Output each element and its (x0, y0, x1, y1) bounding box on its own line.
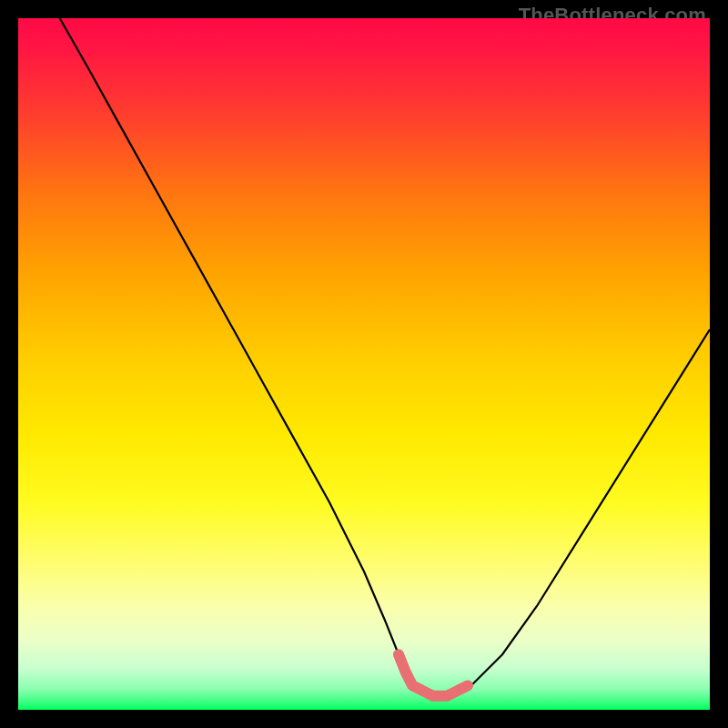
chart-frame: TheBottleneck.com (0, 0, 728, 728)
optimal-band (399, 654, 468, 696)
chart-svg (18, 18, 710, 710)
bottleneck-curve (60, 18, 710, 696)
plot-area (18, 18, 710, 710)
